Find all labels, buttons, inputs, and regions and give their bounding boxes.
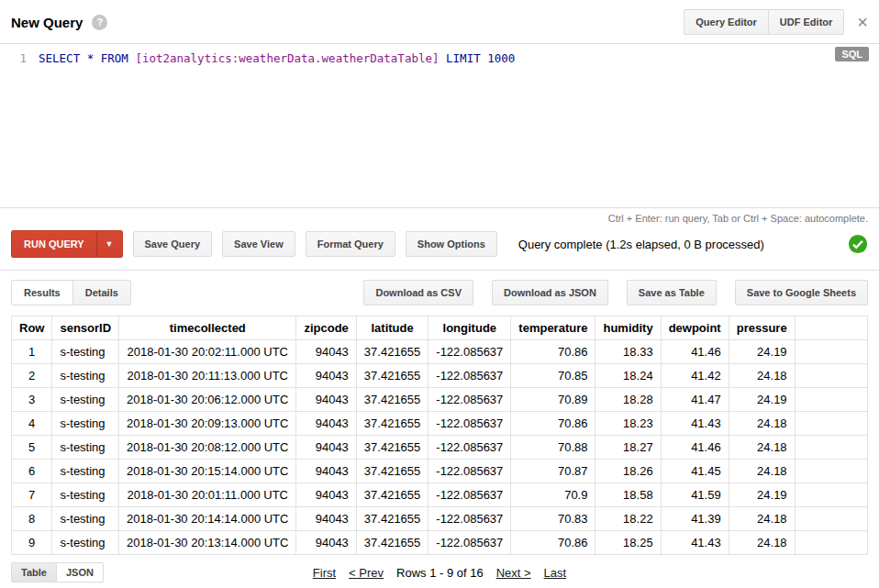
save-view-button[interactable]: Save View <box>222 231 295 257</box>
table-cell: 7 <box>12 483 52 507</box>
results-table-head-row: RowsensorIDtimecollectedzipcodelatitudel… <box>12 316 868 340</box>
column-header: dewpoint <box>661 316 729 340</box>
save-to-sheets-button[interactable]: Save to Google Sheets <box>735 280 868 305</box>
table-cell: 70.89 <box>511 388 595 412</box>
pagination-last-link[interactable]: Last <box>544 566 567 580</box>
results-header: Results Details Download as CSV Download… <box>0 271 879 316</box>
results-table-body: 1s-testing2018-01-30 20:02:11.000 UTC940… <box>12 340 868 555</box>
table-cell: s-testing <box>52 531 119 555</box>
run-query-label[interactable]: RUN QUERY <box>12 231 96 257</box>
table-cell: 24.18 <box>729 460 795 483</box>
save-as-table-button[interactable]: Save as Table <box>627 280 717 305</box>
sql-keyword: FROM <box>101 51 128 65</box>
table-cell: 18.25 <box>595 531 661 555</box>
download-csv-button[interactable]: Download as CSV <box>363 280 473 305</box>
table-row: 9s-testing2018-01-30 20:13:14.000 UTC940… <box>12 531 868 555</box>
table-cell: s-testing <box>52 412 119 436</box>
table-cell: -122.085637 <box>428 531 511 555</box>
table-row: 3s-testing2018-01-30 20:06:12.000 UTC940… <box>12 388 868 412</box>
page-title: New Query <box>11 15 83 30</box>
pagination-first-link[interactable]: First <box>313 566 336 580</box>
table-cell: 2018-01-30 20:14:14.000 UTC <box>119 507 296 531</box>
table-cell: 94043 <box>296 531 356 555</box>
table-cell: 3 <box>12 388 52 412</box>
query-header: New Query ? Query Editor UDF Editor × <box>0 0 879 43</box>
result-actions: Download as CSV Download as JSON Save as… <box>363 280 868 305</box>
table-cell: 37.421655 <box>356 483 428 507</box>
tab-results[interactable]: Results <box>11 280 73 305</box>
help-icon[interactable]: ? <box>92 15 107 30</box>
table-cell: 70.86 <box>511 531 595 555</box>
column-header: sensorID <box>52 316 119 340</box>
table-cell: 24.18 <box>729 364 795 388</box>
table-cell: 70.87 <box>511 460 595 483</box>
table-cell: 41.46 <box>661 436 729 460</box>
results-table-wrap: RowsensorIDtimecollectedzipcodelatitudel… <box>0 316 879 555</box>
column-header: temperature <box>511 316 595 340</box>
save-query-button[interactable]: Save Query <box>133 231 213 257</box>
format-query-button[interactable]: Format Query <box>306 231 395 257</box>
table-row: 8s-testing2018-01-30 20:14:14.000 UTC940… <box>12 507 868 531</box>
table-cell <box>795 531 867 555</box>
table-cell: -122.085637 <box>428 460 511 483</box>
pagination-rows-label: Rows 1 - 9 of 16 <box>396 566 484 580</box>
table-row: 1s-testing2018-01-30 20:02:11.000 UTC940… <box>12 340 868 364</box>
table-cell <box>795 340 867 364</box>
line-number: 1 <box>19 51 27 65</box>
download-json-button[interactable]: Download as JSON <box>492 280 608 305</box>
table-cell: s-testing <box>52 507 119 531</box>
tab-details[interactable]: Details <box>73 280 131 305</box>
table-row: 5s-testing2018-01-30 20:08:12.000 UTC940… <box>12 436 868 460</box>
udf-editor-button[interactable]: UDF Editor <box>769 9 844 35</box>
column-header: latitude <box>356 316 428 340</box>
run-query-button[interactable]: RUN QUERY ▼ <box>11 230 123 258</box>
table-cell: 1 <box>12 340 52 364</box>
table-cell: 2018-01-30 20:01:11.000 UTC <box>119 483 296 507</box>
view-table-button[interactable]: Table <box>11 562 57 582</box>
table-cell: 37.421655 <box>356 531 428 555</box>
table-cell: 6 <box>12 460 52 483</box>
table-cell: 70.86 <box>511 340 595 364</box>
column-header: Row <box>12 316 52 340</box>
table-cell: 24.19 <box>729 340 795 364</box>
query-toolbar: RUN QUERY ▼ Save Query Save View Format … <box>0 227 879 270</box>
sql-editor[interactable]: 1 SELECT * FROM [iot2analytics:weatherDa… <box>0 43 879 208</box>
table-cell: 8 <box>12 507 52 531</box>
table-cell: 4 <box>12 412 52 436</box>
table-cell: 24.18 <box>729 531 795 555</box>
query-success-icon <box>848 234 868 254</box>
table-cell: 18.23 <box>595 412 661 436</box>
table-cell: -122.085637 <box>428 412 511 436</box>
show-options-button[interactable]: Show Options <box>406 231 497 257</box>
table-cell: 41.45 <box>661 460 729 483</box>
table-cell: s-testing <box>52 460 119 483</box>
pagination-prev-link[interactable]: < Prev <box>349 566 384 580</box>
table-cell: 18.26 <box>595 460 661 483</box>
table-cell: 37.421655 <box>356 388 428 412</box>
run-query-dropdown-caret-icon[interactable]: ▼ <box>96 231 122 257</box>
close-icon[interactable]: × <box>857 13 868 31</box>
table-cell: 24.19 <box>729 483 795 507</box>
table-cell: 2018-01-30 20:11:13.000 UTC <box>119 364 296 388</box>
table-cell: 18.27 <box>595 436 661 460</box>
table-cell: 70.9 <box>511 483 595 507</box>
table-cell: 37.421655 <box>356 436 428 460</box>
table-cell: 94043 <box>296 436 356 460</box>
query-editor-button[interactable]: Query Editor <box>684 9 769 35</box>
table-cell: 41.39 <box>661 507 729 531</box>
table-cell: s-testing <box>52 340 119 364</box>
sql-star: * <box>87 51 95 65</box>
column-header: timecollected <box>119 316 296 340</box>
column-header <box>795 316 867 340</box>
table-cell: s-testing <box>52 364 119 388</box>
table-cell: 41.42 <box>661 364 729 388</box>
editor-shortcut-hint: Ctrl + Enter: run query, Tab or Ctrl + S… <box>0 208 879 227</box>
line-number-gutter: 1 <box>0 44 39 207</box>
pagination-next-link[interactable]: Next > <box>496 566 531 580</box>
table-cell: 94043 <box>296 507 356 531</box>
view-json-button[interactable]: JSON <box>57 562 104 582</box>
table-cell: -122.085637 <box>428 340 511 364</box>
table-cell: 37.421655 <box>356 364 428 388</box>
table-cell: 24.18 <box>729 436 795 460</box>
column-header: zipcode <box>296 316 356 340</box>
